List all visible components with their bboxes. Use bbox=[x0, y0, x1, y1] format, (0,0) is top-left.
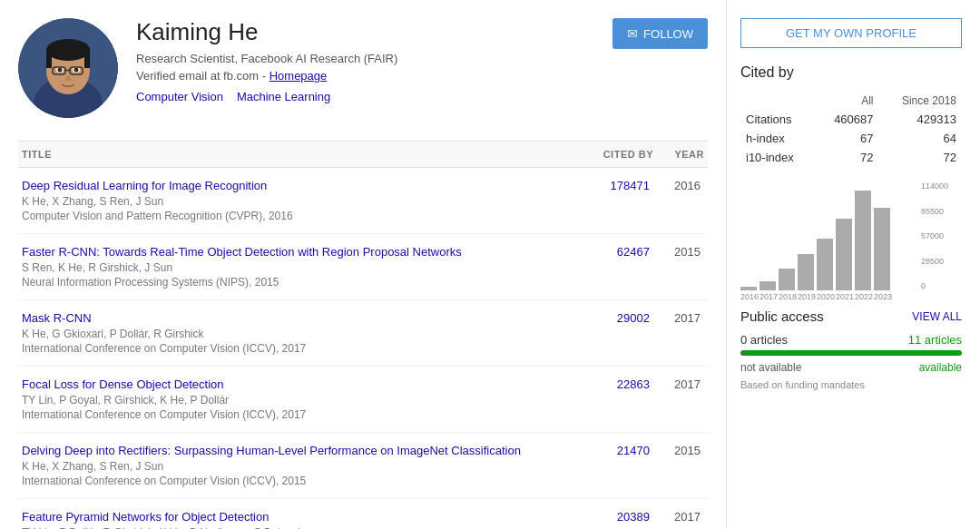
table-row: Mask R-CNN K He, G Gkioxari, P Dollár, R… bbox=[18, 300, 708, 367]
chart-bars-area: 20162017201820192020202120222023 bbox=[740, 181, 917, 301]
svg-rect-6 bbox=[84, 50, 90, 68]
chart-x-label: 2020 bbox=[817, 292, 833, 301]
paper-info: Mask R-CNN K He, G Gkioxari, P Dollár, R… bbox=[22, 311, 568, 355]
table-row: Deep Residual Learning for Image Recogni… bbox=[18, 168, 708, 234]
profile-info: Kaiming He Research Scientist, Facebook … bbox=[136, 18, 612, 103]
chart-y-label: 85500 bbox=[921, 207, 962, 216]
paper-venue: International Conference on Computer Vis… bbox=[22, 475, 568, 487]
paper-year: 2017 bbox=[650, 311, 704, 325]
paper-venue: Computer Vision and Pattern Recognition … bbox=[22, 210, 568, 222]
svg-point-9 bbox=[58, 68, 63, 73]
table-row: Feature Pyramid Networks for Object Dete… bbox=[18, 499, 708, 529]
stats-col-all: All bbox=[815, 92, 878, 110]
col-year-header: YEAR bbox=[653, 149, 708, 160]
chart-bar bbox=[855, 191, 871, 290]
chart-x-label: 2017 bbox=[760, 292, 776, 301]
paper-authors: K He, X Zhang, S Ren, J Sun bbox=[22, 195, 568, 208]
paper-venue: International Conference on Computer Vis… bbox=[22, 408, 568, 421]
public-access-title: Public access bbox=[740, 309, 824, 324]
profile-name: Kaiming He bbox=[136, 18, 612, 46]
table-row: Delving Deep into Rectifiers: Surpassing… bbox=[18, 433, 708, 499]
chart-x-label: 2022 bbox=[855, 292, 871, 301]
stats-all: 67 bbox=[815, 129, 878, 148]
chart-x-label: 2023 bbox=[874, 292, 890, 301]
access-labels-row: not available available bbox=[740, 361, 962, 374]
profile-title: Research Scientist, Facebook AI Research… bbox=[136, 52, 612, 65]
paper-authors: S Ren, K He, R Girshick, J Sun bbox=[22, 261, 568, 274]
chart-bar bbox=[874, 208, 890, 290]
paper-venue: International Conference on Computer Vis… bbox=[22, 342, 568, 355]
paper-cited-count: 29002 bbox=[568, 311, 650, 325]
paper-info: Faster R-CNN: Towards Real-Time Object D… bbox=[22, 245, 568, 289]
paper-title[interactable]: Deep Residual Learning for Image Recogni… bbox=[22, 179, 568, 192]
citation-chart: 20162017201820192020202120222023 1140008… bbox=[740, 181, 962, 301]
paper-cited-count: 178471 bbox=[568, 179, 650, 192]
paper-title[interactable]: Mask R-CNN bbox=[22, 311, 568, 325]
tag-computer-vision[interactable]: Computer Vision bbox=[136, 90, 223, 103]
zero-articles-label: 0 articles bbox=[740, 333, 788, 347]
paper-title[interactable]: Delving Deep into Rectifiers: Surpassing… bbox=[22, 444, 568, 457]
table-row: Focal Loss for Dense Object Detection TY… bbox=[18, 367, 708, 433]
chart-bar bbox=[779, 269, 795, 290]
paper-year: 2015 bbox=[650, 444, 704, 457]
available-label: available bbox=[919, 361, 962, 374]
cited-by-title: Cited by bbox=[740, 64, 962, 81]
col-cited-header: CITED BY bbox=[572, 149, 653, 160]
col-title-header: TITLE bbox=[18, 149, 572, 160]
chart-y-label: 57000 bbox=[921, 231, 962, 240]
paper-cited-count: 22863 bbox=[568, 377, 650, 391]
stats-all: 460687 bbox=[815, 110, 878, 129]
paper-venue: Neural Information Processing Systems (N… bbox=[22, 276, 568, 289]
chart-bar bbox=[798, 254, 814, 290]
tag-machine-learning[interactable]: Machine Learning bbox=[237, 90, 330, 103]
follow-button[interactable]: ✉ FOLLOW bbox=[612, 18, 708, 49]
available-bar bbox=[744, 350, 962, 356]
paper-authors: K He, X Zhang, S Ren, J Sun bbox=[22, 460, 568, 473]
paper-cited-count: 21470 bbox=[568, 444, 650, 457]
chart-y-label: 0 bbox=[921, 281, 962, 290]
chart-x-label: 2016 bbox=[740, 292, 757, 301]
profile-email: Verified email at fb.com - Homepage bbox=[136, 69, 612, 83]
stats-since: 64 bbox=[879, 129, 962, 148]
stats-all: 72 bbox=[815, 148, 878, 167]
not-available-label: not available bbox=[740, 361, 801, 374]
paper-authors: TY Lin, P Goyal, R Girshick, K He, P Dol… bbox=[22, 394, 568, 407]
paper-year: 2017 bbox=[650, 377, 704, 391]
mail-icon: ✉ bbox=[627, 26, 638, 41]
view-all-link[interactable]: VIEW ALL bbox=[912, 310, 962, 323]
papers-list: Deep Residual Learning for Image Recogni… bbox=[18, 168, 708, 529]
stats-row: i10-index7272 bbox=[740, 148, 962, 167]
paper-year: 2016 bbox=[650, 179, 704, 192]
svg-point-4 bbox=[46, 39, 90, 61]
chart-x-label: 2018 bbox=[779, 292, 795, 301]
funding-note: Based on funding mandates bbox=[740, 379, 962, 390]
paper-info: Focal Loss for Dense Object Detection TY… bbox=[22, 377, 568, 421]
chart-y-label: 28500 bbox=[921, 257, 962, 266]
svg-rect-5 bbox=[46, 50, 52, 68]
paper-info: Delving Deep into Rectifiers: Surpassing… bbox=[22, 444, 568, 487]
chart-x-label: 2019 bbox=[798, 292, 814, 301]
stats-col-since: Since 2018 bbox=[879, 92, 962, 110]
stats-label: Citations bbox=[740, 110, 815, 129]
avatar bbox=[18, 18, 118, 118]
svg-point-10 bbox=[74, 68, 79, 73]
get-profile-button[interactable]: GET MY OWN PROFILE bbox=[740, 18, 962, 48]
chart-y-label: 114000 bbox=[921, 181, 962, 191]
chart-bar bbox=[740, 287, 757, 290]
stats-col-label bbox=[740, 92, 815, 110]
stats-since: 429313 bbox=[879, 110, 962, 129]
paper-info: Deep Residual Learning for Image Recogni… bbox=[22, 179, 568, 222]
chart-y-axis: 1140008550057000285000 bbox=[921, 181, 962, 290]
chart-bar bbox=[817, 239, 833, 290]
paper-title[interactable]: Feature Pyramid Networks for Object Dete… bbox=[22, 510, 568, 524]
stats-since: 72 bbox=[879, 148, 962, 167]
paper-cited-count: 62467 bbox=[568, 245, 650, 259]
profile-tags: Computer Vision Machine Learning bbox=[136, 90, 612, 103]
eleven-articles-label: 11 articles bbox=[908, 333, 962, 347]
chart-bar bbox=[836, 219, 852, 290]
homepage-link[interactable]: Homepage bbox=[270, 69, 328, 83]
paper-title[interactable]: Faster R-CNN: Towards Real-Time Object D… bbox=[22, 245, 568, 259]
stats-row: h-index6764 bbox=[740, 129, 962, 148]
paper-title[interactable]: Focal Loss for Dense Object Detection bbox=[22, 377, 568, 391]
paper-year: 2015 bbox=[650, 245, 704, 259]
